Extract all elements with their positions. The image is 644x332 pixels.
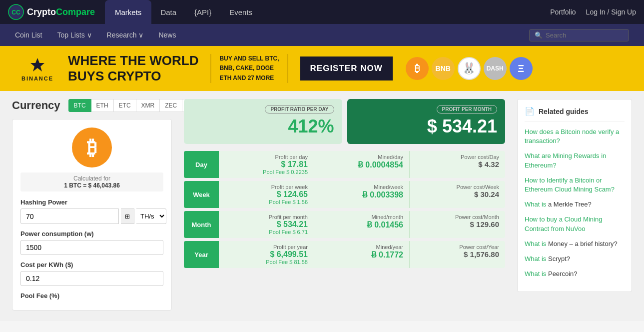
row-mined-day: Mined/day Ƀ 0.0004854 [314, 151, 410, 178]
svg-marker-2 [30, 58, 44, 72]
row-label-day: Day [184, 151, 219, 178]
btc-icon-area: ₿ [20, 128, 163, 168]
row-label-month: Month [184, 211, 219, 238]
logo-icon: CC [8, 4, 24, 20]
search-box[interactable]: 🔍 [529, 29, 629, 42]
related-guides: 📄 Related guides How does a Bitcoin node… [517, 99, 632, 292]
guide-item-4: What is a Merkle Tree? [525, 200, 625, 209]
data-row-day: Day Profit per day $ 17.81 Pool Fee $ 0.… [184, 151, 505, 178]
coin-dash-icon: DASH [484, 57, 507, 80]
left-panel: Currency BTC ETH ETC XMR ZEC DASH LTC ₿ … [12, 99, 172, 313]
sec-nav-research[interactable]: Research ∨ [107, 31, 144, 39]
svg-text:CC: CC [11, 9, 20, 16]
data-row-month: Month Profit per month $ 534.21 Pool Fee… [184, 211, 505, 238]
register-button[interactable]: REGISTER NOW [300, 56, 393, 80]
binance-icon [28, 56, 46, 74]
btc-circle: ₿ [72, 128, 112, 168]
profit-boxes: PROFIT RATIO PER DAY 412% PROFIT PER MON… [184, 99, 505, 144]
coin-btc-icon: ₿ [406, 57, 429, 80]
sec-nav-news[interactable]: News [158, 31, 176, 39]
data-row-year: Year Profit per year $ 6,499.51 Pool Fee… [184, 241, 505, 268]
row-profit-month: Profit per month $ 534.21 Pool Fee $ 6.7… [219, 211, 314, 238]
tab-btc[interactable]: BTC [68, 99, 91, 112]
guide-item-7: What is Scrypt? [525, 254, 625, 264]
profit-month-box: PROFIT PER MONTH $ 534.21 [347, 99, 506, 144]
cost-per-kwh-label: Cost per KWh ($) [20, 261, 163, 268]
coin-bnb-icon: BNB [432, 57, 455, 80]
btc-rate: 1 BTC = $ 46,043.86 [64, 182, 120, 189]
tab-eth[interactable]: ETH [91, 99, 114, 112]
login-link[interactable]: Log In / Sign Up [586, 8, 636, 16]
nav-markets[interactable]: Markets [105, 0, 151, 24]
main-content: Currency BTC ETH ETC XMR ZEC DASH LTC ₿ … [0, 91, 644, 321]
profit-day-label: PROFIT RATIO PER DAY [192, 106, 334, 112]
guide-item-2[interactable]: What are Mining Rewards in Ethereum? [525, 152, 625, 170]
tab-xmr[interactable]: XMR [136, 99, 160, 112]
calc-info: Calculated for 1 BTC = $ 46,043.86 [20, 172, 163, 192]
power-consumption-label: Power consumption (w) [20, 230, 163, 238]
data-row-week: Week Profit per week $ 124.65 Pool Fee $… [184, 181, 505, 208]
hashing-unit-select[interactable]: TH/s GH/s MH/s [136, 208, 166, 224]
row-mined-week: Mined/week Ƀ 0.003398 [314, 181, 410, 208]
coin-eth-icon: Ξ [510, 57, 533, 80]
banner-subtext: BUY AND SELL BTC,BNB, CAKE, DOGEETH AND … [210, 54, 288, 83]
row-mined-year: Mined/year Ƀ 0.1772 [314, 241, 410, 268]
data-rows-container: Day Profit per day $ 17.81 Pool Fee $ 0.… [184, 151, 505, 268]
guide-item-6: What is Money – a brief history? [525, 240, 625, 248]
banner: BINANCE WHERE THE WORLD BUYS CRYPTO BUY … [0, 46, 644, 91]
calc-card: ₿ Calculated for 1 BTC = $ 46,043.86 Has… [12, 119, 172, 310]
right-panel: 📄 Related guides How does a Bitcoin node… [517, 99, 632, 313]
row-cost-day: Power cost/Day $ 4.32 [410, 151, 505, 178]
hashing-adjust-btn[interactable]: ⊞ [121, 208, 134, 224]
row-cost-year: Power cost/Year $ 1,576.80 [410, 241, 505, 268]
guide-item-5[interactable]: How to buy a Cloud Mining Contract from … [525, 215, 625, 233]
row-profit-week: Profit per week $ 124.65 Pool Fee $ 1.56 [219, 181, 314, 208]
center-panel: PROFIT RATIO PER DAY 412% PROFIT PER MON… [180, 99, 509, 313]
coin-rabbit-icon: 🐰 [458, 57, 481, 80]
cost-per-kwh-input[interactable] [20, 271, 163, 286]
power-consumption-input[interactable] [20, 240, 163, 255]
search-input[interactable] [546, 32, 624, 39]
profit-month-value: $ 534.21 [355, 116, 498, 137]
row-label-year: Year [184, 241, 219, 268]
secondary-nav: Coin List Top Lists ∨ Research ∨ News 🔍 [0, 24, 644, 46]
profit-day-box: PROFIT RATIO PER DAY 412% [184, 99, 342, 144]
row-cost-month: Power cost/Month $ 129.60 [410, 211, 505, 238]
profit-day-value: 412% [192, 116, 334, 137]
tab-zec[interactable]: ZEC [160, 99, 182, 112]
hashing-power-row: ⊞ TH/s GH/s MH/s [20, 208, 163, 224]
top-nav: CC CryptoCompare Markets Data {API} Even… [0, 0, 644, 24]
row-cost-week: Power cost/Week $ 30.24 [410, 181, 505, 208]
coin-icons: ₿ BNB 🐰 DASH Ξ [406, 57, 533, 80]
binance-logo: BINANCE [15, 56, 60, 82]
guide-item-1[interactable]: How does a Bitcoin node verify a transac… [525, 128, 625, 146]
pool-fee-label: Pool Fee (%) [20, 292, 163, 300]
binance-label: BINANCE [21, 76, 53, 82]
row-mined-month: Mined/month Ƀ 0.01456 [314, 211, 410, 238]
logo-text: CryptoCompare [27, 7, 95, 18]
document-icon: 📄 [525, 106, 535, 116]
row-profit-day: Profit per day $ 17.81 Pool Fee $ 0.2235 [219, 151, 314, 178]
nav-events[interactable]: Events [220, 0, 261, 24]
row-label-week: Week [184, 181, 219, 208]
nav-api[interactable]: {API} [185, 0, 220, 24]
guide-item-3[interactable]: How to Identify a Bitcoin or Ethereum Cl… [525, 176, 625, 194]
cur-header-row: Currency BTC ETH ETC XMR ZEC DASH LTC [12, 99, 172, 112]
nav-data[interactable]: Data [151, 0, 185, 24]
guide-item-8: What is Peercoin? [525, 270, 625, 278]
currency-title: Currency [12, 99, 60, 112]
portfolio-link[interactable]: Portfolio [550, 8, 576, 16]
related-guides-header: 📄 Related guides [525, 106, 625, 122]
hashing-power-input[interactable] [20, 208, 119, 224]
row-profit-year: Profit per year $ 6,499.51 Pool Fee $ 81… [219, 241, 314, 268]
sec-nav-coin-list[interactable]: Coin List [15, 31, 42, 39]
banner-headline: WHERE THE WORLD BUYS CRYPTO [68, 53, 198, 84]
sec-nav-top-lists[interactable]: Top Lists ∨ [57, 31, 91, 39]
profit-month-label: PROFIT PER MONTH [355, 106, 498, 112]
search-icon: 🔍 [535, 32, 543, 39]
hashing-power-label: Hashing Power [20, 198, 163, 206]
tab-etc[interactable]: ETC [114, 99, 136, 112]
logo[interactable]: CC CryptoCompare [8, 4, 95, 20]
